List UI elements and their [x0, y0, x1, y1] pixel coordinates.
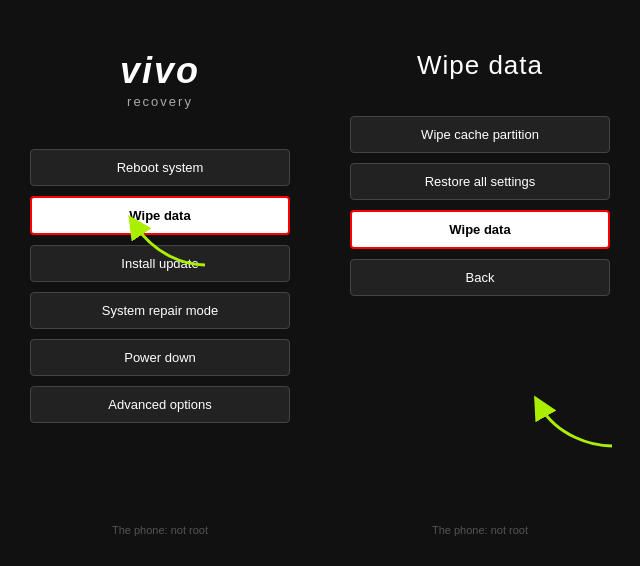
menu-item-system-repair[interactable]: System repair mode	[30, 292, 290, 329]
menu-item-back[interactable]: Back	[350, 259, 610, 296]
menu-item-wipe-data-right[interactable]: Wipe data	[350, 210, 610, 249]
right-screen-title: Wipe data	[417, 50, 543, 81]
menu-item-power-down[interactable]: Power down	[30, 339, 290, 376]
right-arrow	[532, 391, 622, 451]
left-menu: Reboot system Wipe data Install update S…	[30, 149, 290, 524]
menu-item-advanced-options[interactable]: Advanced options	[30, 386, 290, 423]
left-footer: The phone: not root	[112, 524, 208, 546]
right-screen: Wipe data Wipe cache partition Restore a…	[320, 0, 640, 566]
menu-item-reboot[interactable]: Reboot system	[30, 149, 290, 186]
vivo-logo: vivo	[120, 50, 200, 92]
menu-item-restore-settings[interactable]: Restore all settings	[350, 163, 610, 200]
right-footer: The phone: not root	[432, 524, 528, 546]
left-screen: vivo recovery Reboot system Wipe data In…	[0, 0, 320, 566]
recovery-label: recovery	[120, 94, 200, 109]
left-arrow	[125, 215, 215, 270]
logo-area: vivo recovery	[120, 50, 200, 109]
menu-item-wipe-cache[interactable]: Wipe cache partition	[350, 116, 610, 153]
right-menu: Wipe cache partition Restore all setting…	[350, 116, 610, 524]
